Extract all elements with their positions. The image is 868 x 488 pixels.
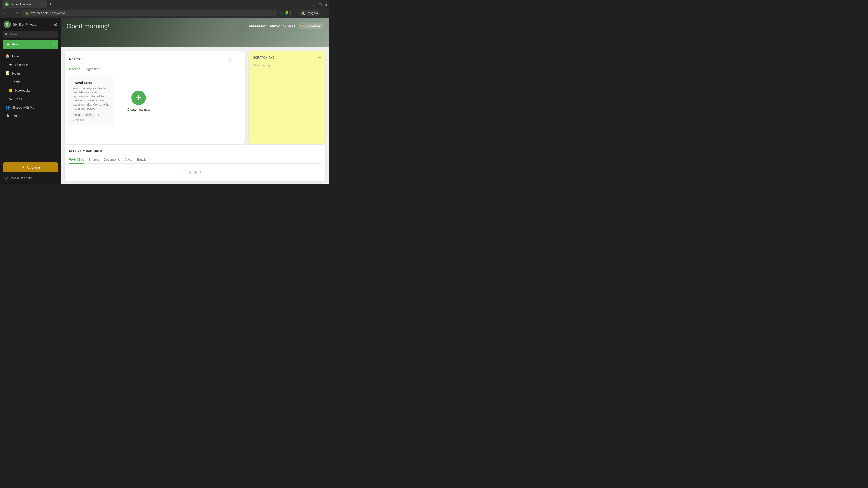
customize-icon: 🏠: [302, 24, 305, 27]
forward-button[interactable]: ›: [8, 10, 13, 16]
tab-recent[interactable]: Recent: [69, 66, 80, 73]
bookmark-icon[interactable]: ☆: [279, 11, 282, 15]
tab-emails[interactable]: Emails: [137, 156, 147, 164]
note-card[interactable]: Travel Items About this template Use thi…: [69, 77, 114, 125]
search-icon: 🔍: [5, 33, 8, 36]
sidebar-item-label: Notes: [12, 72, 21, 75]
incognito-label: Incognito: [307, 11, 318, 15]
notes-panel-header: NOTES › ⊞ ···: [69, 56, 241, 62]
notes-more-button[interactable]: ···: [235, 56, 241, 62]
sidebar: Q 6d44f5c4@mood... ▾ ⚙ 🔍 ✚ New ▾: [0, 18, 61, 184]
new-button[interactable]: ✚ New ▾: [3, 39, 58, 49]
tab-images[interactable]: Images: [89, 156, 99, 164]
lock-icon: 🔒: [26, 11, 29, 15]
note-time: 3 min ago: [73, 119, 111, 121]
notes-icon: 📝: [5, 71, 10, 75]
notes-title-text: NOTES: [69, 57, 80, 61]
sidebar-item-label: Tasks: [12, 80, 20, 84]
sidebar-item-label: Notebooks: [15, 89, 30, 92]
captured-title: RECENTLY CAPTURED: [69, 150, 102, 153]
close-button[interactable]: ✕: [324, 3, 327, 7]
note-tag-count: + 3: [95, 113, 99, 116]
shared-icon: 👥: [5, 105, 10, 109]
sidebar-item-label: Tags: [15, 97, 22, 101]
expand-notebooks-icon: ›: [5, 89, 6, 92]
expand-tags-icon: ›: [5, 98, 6, 100]
tab-web-clips[interactable]: Web Clips: [69, 156, 84, 164]
tab-audio[interactable]: Audio: [124, 156, 132, 164]
user-profile[interactable]: Q 6d44f5c4@mood... ▾: [4, 21, 41, 28]
minimize-button[interactable]: —: [312, 3, 316, 7]
tab-suggested[interactable]: Suggested: [84, 66, 99, 73]
browser-frame: E Home - Evernote × + — ❐ ✕ ‹ › ↻ 🔒 ever…: [0, 0, 329, 18]
greeting-text: Good morning!: [66, 23, 110, 30]
sidebar-item-notes[interactable]: 📝 Notes: [2, 69, 59, 77]
sidebar-item-notebooks[interactable]: › 📒 Notebooks: [2, 86, 59, 95]
sidebar-toggle-icon[interactable]: ⊞: [292, 11, 296, 15]
tab-documents[interactable]: Documents: [104, 156, 120, 164]
address-bar[interactable]: 🔒 evernote.com/client/web#/: [22, 10, 277, 16]
sidebar-item-label: Trash: [12, 114, 20, 118]
user-chevron-icon: ▾: [39, 23, 41, 26]
sidebar-item-label: Shortcuts: [15, 63, 29, 67]
active-tab[interactable]: E Home - Evernote ×: [2, 0, 47, 8]
sidebar-bottom: ⚡ Upgrade ? Need a little help?: [0, 160, 61, 184]
sidebar-item-shortcuts[interactable]: › ★ Shortcuts: [2, 61, 59, 69]
date-display: WEDNESDAY, FEBRUARY 7, 2024: [248, 24, 295, 27]
new-button-wrapper: ✚ New ▾: [3, 39, 58, 49]
customize-button[interactable]: 🏠 Customize: [299, 23, 324, 29]
sidebar-item-tasks[interactable]: ✓ Tasks: [2, 78, 59, 86]
extensions-icon[interactable]: 🧩: [284, 11, 289, 15]
notes-title[interactable]: NOTES ›: [69, 57, 83, 61]
notes-actions: ⊞ ···: [228, 56, 241, 62]
scratch-pad-title: SCRATCH PAD: [253, 56, 274, 59]
maximize-button[interactable]: ❐: [318, 3, 322, 7]
main-content: Good morning! WEDNESDAY, FEBRUARY 7, 202…: [61, 18, 329, 184]
trash-icon: 🗑: [5, 114, 10, 118]
tab-favicon: E: [5, 2, 8, 6]
scratch-pad-placeholder: Start writing...: [253, 64, 273, 67]
captured-tabs: Web Clips Images Documents Audio Emails: [69, 156, 321, 164]
sidebar-header: Q 6d44f5c4@mood... ▾ ⚙: [0, 18, 61, 31]
home-icon: 🏠: [5, 54, 10, 58]
scratch-pad: SCRATCH PAD ··· Start writing...: [249, 51, 326, 144]
captured-empty-state: ★ ● ★: [188, 169, 202, 175]
upgrade-button[interactable]: ⚡ Upgrade: [3, 162, 58, 172]
hero-banner: Good morning! WEDNESDAY, FEBRUARY 7, 202…: [61, 18, 329, 47]
sidebar-nav: 🏠 Home › ★ Shortcuts 📝 Notes ✓ Tasks › 📒…: [0, 51, 61, 160]
notes-panel: NOTES › ⊞ ··· Recent: [65, 51, 245, 144]
toolbar: ‹ › ↻ 🔒 evernote.com/client/web#/ ☆ 🧩 ⊞ …: [0, 8, 329, 18]
help-icon: ?: [4, 176, 8, 180]
help-link[interactable]: ? Need a little help?: [3, 174, 58, 182]
search-wrapper: 🔍: [3, 31, 58, 38]
new-tab-button[interactable]: +: [47, 2, 54, 8]
new-label: New: [11, 42, 18, 46]
new-plus-icon: ✚: [6, 42, 10, 47]
reload-button[interactable]: ↻: [14, 10, 20, 16]
notes-list-view-button[interactable]: ⊞: [228, 56, 234, 62]
search-input[interactable]: [3, 31, 58, 38]
captured-menu-button[interactable]: ···: [318, 149, 321, 153]
tab-close-button[interactable]: ×: [42, 2, 44, 6]
sidebar-item-shared[interactable]: 👥 Shared with Me: [2, 103, 59, 111]
note-tag: @jane: [84, 113, 94, 117]
browser-menu-button[interactable]: ⋮: [322, 10, 327, 16]
notebooks-icon: 📒: [8, 88, 13, 93]
note-tags: @jack @jane + 3: [73, 113, 111, 117]
scratch-pad-menu-button[interactable]: ···: [318, 56, 321, 60]
captured-content: ★ ● ★: [69, 164, 321, 177]
avatar: Q: [4, 21, 11, 28]
scratch-pad-body[interactable]: Start writing...: [253, 63, 321, 108]
create-note-card[interactable]: ✚ Create new note: [118, 77, 159, 125]
recently-captured: RECENTLY CAPTURED ··· Web Clips Images D…: [65, 145, 326, 181]
sidebar-item-tags[interactable]: › 🏷 Tags: [2, 95, 59, 103]
scratch-pad-header: SCRATCH PAD ···: [253, 56, 321, 60]
note-title: Travel Items: [73, 80, 111, 85]
settings-icon[interactable]: ⚙: [54, 22, 57, 27]
tags-icon: 🏷: [8, 97, 13, 101]
back-button[interactable]: ‹: [3, 10, 7, 16]
shortcuts-icon: ★: [8, 63, 13, 67]
sidebar-item-home[interactable]: 🏠 Home: [2, 52, 59, 60]
sidebar-item-trash[interactable]: 🗑 Trash: [2, 112, 59, 120]
url-text: evernote.com/client/web#/: [31, 11, 65, 15]
